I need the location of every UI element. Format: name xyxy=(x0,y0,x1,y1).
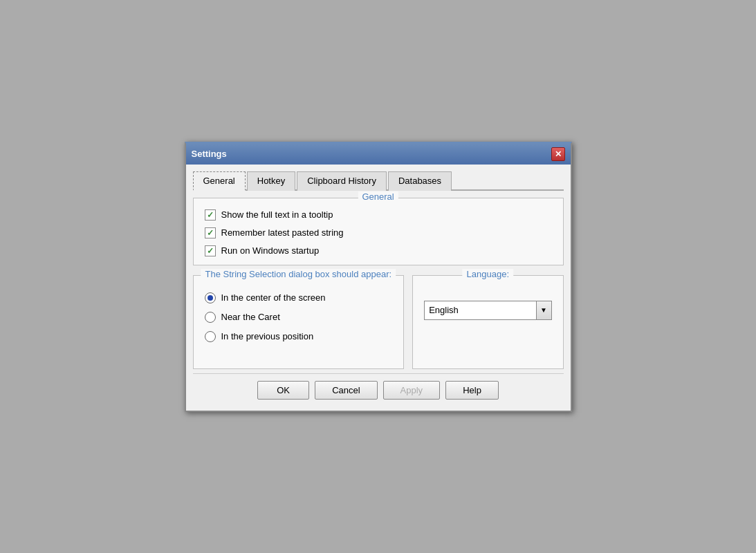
radio-row-previous: In the previous position xyxy=(205,331,393,342)
ok-button[interactable]: OK xyxy=(257,381,309,400)
language-section: Language: English ▼ xyxy=(412,275,563,369)
string-selection-legend: The String Selection dialog box should a… xyxy=(201,269,396,279)
general-section: General Show the full text in a tooltip … xyxy=(193,198,564,265)
radio-center-label: In the center of the screen xyxy=(221,292,326,303)
checkbox-tooltip-label: Show the full text in a tooltip xyxy=(221,209,333,220)
checkbox-pasted-label: Remember latest pasted string xyxy=(221,227,344,238)
checkbox-pasted[interactable] xyxy=(205,227,216,238)
string-selection-section: The String Selection dialog box should a… xyxy=(193,275,405,369)
help-button[interactable]: Help xyxy=(445,381,499,400)
dialog-body: General Hotkey Clipboard History Databas… xyxy=(186,165,571,411)
tab-bar: General Hotkey Clipboard History Databas… xyxy=(193,170,564,191)
radio-caret[interactable] xyxy=(205,312,216,323)
two-col-section: The String Selection dialog box should a… xyxy=(193,275,564,369)
radio-row-center: In the center of the screen xyxy=(205,292,393,303)
language-dropdown[interactable]: English ▼ xyxy=(424,301,551,320)
general-section-legend: General xyxy=(358,191,398,202)
language-column: Language: English ▼ xyxy=(412,275,563,369)
checkbox-row-startup: Run on Windows startup xyxy=(205,245,552,256)
tab-hotkey[interactable]: Hotkey xyxy=(247,171,295,191)
string-selection-column: The String Selection dialog box should a… xyxy=(193,275,405,369)
language-legend: Language: xyxy=(463,269,513,279)
tab-clipboard-history[interactable]: Clipboard History xyxy=(297,171,387,191)
radio-previous-label: In the previous position xyxy=(221,331,314,341)
radio-row-caret: Near the Caret xyxy=(205,312,393,323)
checkbox-tooltip[interactable] xyxy=(205,209,216,221)
radio-previous[interactable] xyxy=(205,331,216,342)
language-dropdown-arrow[interactable]: ▼ xyxy=(536,301,551,319)
close-button[interactable]: ✕ xyxy=(551,147,565,161)
checkbox-startup-label: Run on Windows startup xyxy=(221,245,320,256)
language-selected-value: English xyxy=(425,302,535,318)
checkbox-startup[interactable] xyxy=(205,245,216,256)
radio-center[interactable] xyxy=(205,292,216,303)
tab-databases[interactable]: Databases xyxy=(388,171,452,191)
title-bar: Settings ✕ xyxy=(186,144,571,165)
radio-caret-label: Near the Caret xyxy=(221,312,280,322)
settings-dialog: Settings ✕ General Hotkey Clipboard Hist… xyxy=(185,142,572,412)
tab-general[interactable]: General xyxy=(193,171,246,191)
bottom-buttons: OK Cancel Apply Help xyxy=(193,373,564,402)
apply-button[interactable]: Apply xyxy=(383,381,441,400)
checkbox-row-tooltip: Show the full text in a tooltip xyxy=(205,209,552,221)
window-title: Settings xyxy=(192,149,227,159)
checkbox-row-pasted: Remember latest pasted string xyxy=(205,227,552,238)
cancel-button[interactable]: Cancel xyxy=(315,381,377,400)
